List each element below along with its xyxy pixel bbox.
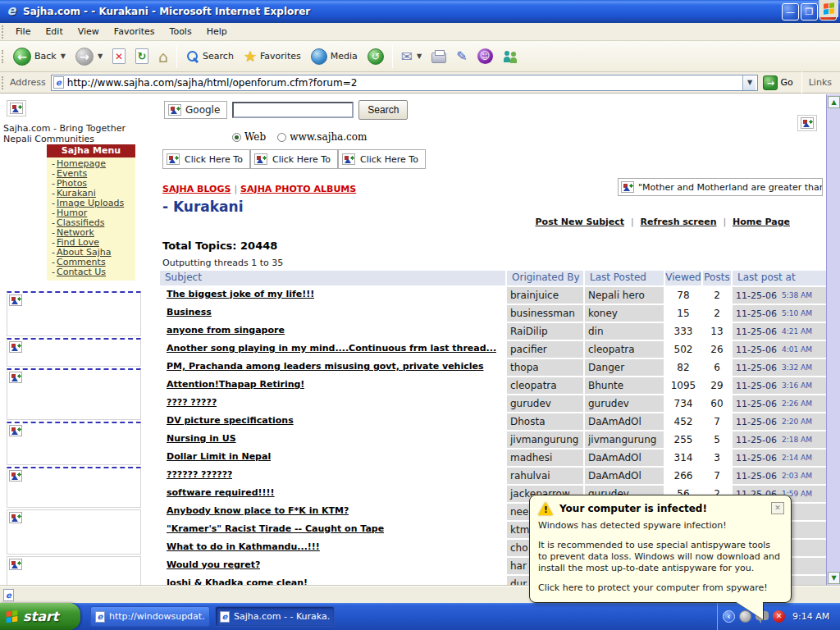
broken-image-icon xyxy=(254,153,267,165)
print-button[interactable] xyxy=(427,43,451,70)
thread-subject-link[interactable]: PM, Prachanda among leaders misusing gov… xyxy=(167,361,484,372)
home-page-link[interactable]: Home Page xyxy=(733,217,790,227)
scroll-down-icon[interactable]: ▼ xyxy=(828,572,840,584)
links-label[interactable]: Links xyxy=(806,77,840,88)
search-input[interactable] xyxy=(232,102,354,118)
thread-subject-link[interactable]: "Kramer's" Racist Tirade -- Caught on Ta… xyxy=(167,523,384,534)
broken-image-icon xyxy=(9,294,22,306)
mail-button[interactable]: ✉▼ xyxy=(396,43,427,70)
thread-subject-link[interactable]: anyone from singapore xyxy=(167,325,285,336)
ie-icon: e xyxy=(3,3,20,20)
scroll-up-icon[interactable]: ▲ xyxy=(828,96,840,108)
thread-subject-link[interactable]: Would you regret? xyxy=(167,559,260,570)
address-bar: Address e http://www.sajha.com/sajha/htm… xyxy=(0,72,840,94)
back-icon: ← xyxy=(13,48,31,66)
thread-last-poster: Nepali hero xyxy=(585,287,664,304)
vertical-scrollbar[interactable]: ▲ ▼ xyxy=(826,94,840,586)
favorites-button[interactable]: ★ Favorites xyxy=(239,43,306,70)
thread-subject-link[interactable]: Attention!Thapap Retiring! xyxy=(167,379,304,390)
thread-last-post-time: 11-25-062:03 AM xyxy=(733,468,827,484)
go-button[interactable]: → Go xyxy=(763,75,792,90)
thread-originator: gurudev xyxy=(507,395,583,412)
mail-icon: ✉ xyxy=(401,48,413,65)
menu-item[interactable]: Tools xyxy=(162,24,199,39)
back-dropdown-icon[interactable]: ▼ xyxy=(61,52,66,60)
address-url[interactable]: http://www.sajha.com/sajha/html/openforu… xyxy=(67,77,743,89)
media-button[interactable]: Media xyxy=(306,43,363,70)
radio-unselected-icon[interactable] xyxy=(277,133,286,142)
sidebar-menu-item: -Contact Us xyxy=(52,267,134,277)
thread-subject-link[interactable]: Nursing in US xyxy=(167,433,236,444)
sidebar-menu-link[interactable]: Contact Us xyxy=(57,267,106,277)
thread-subject-link[interactable]: Joshi & Khadka come clean! xyxy=(167,578,308,586)
search-button[interactable]: Search xyxy=(180,43,239,70)
post-new-subject-link[interactable]: Post New Subject xyxy=(536,217,625,227)
thread-subject-link[interactable]: ?????? ?????? xyxy=(167,469,232,480)
stop-button[interactable] xyxy=(107,43,130,70)
thread-last-post-time: 11-25-063:32 AM xyxy=(733,359,827,376)
taskbar-clock: 9:14 AM xyxy=(792,611,829,622)
start-button[interactable]: start xyxy=(0,603,80,630)
address-input[interactable]: e http://www.sajha.com/sajha/html/openfo… xyxy=(51,75,759,91)
messenger-button[interactable]: ☺ xyxy=(472,43,498,70)
address-dropdown-icon[interactable]: ▼ xyxy=(742,75,756,90)
thread-subject-link[interactable]: What to do in Kathmandu...!!! xyxy=(167,541,320,552)
click-here-banner[interactable]: Click Here To xyxy=(250,149,338,169)
table-row: ?????? ?????? rahulvai DaAmAdOl 266 7 11… xyxy=(160,468,827,484)
maximize-button[interactable]: ❐ xyxy=(801,3,818,21)
home-icon: ⌂ xyxy=(158,48,168,65)
tray-alert-icon[interactable]: ✕ xyxy=(773,610,785,623)
page-icon: e xyxy=(53,76,64,89)
menu-item[interactable]: Help xyxy=(199,24,235,39)
refresh-button[interactable] xyxy=(130,43,153,70)
table-header-row: Subject Originated By Last Posted Viewed… xyxy=(160,271,827,285)
mail-dropdown-icon[interactable]: ▼ xyxy=(417,52,422,60)
taskbar-window-windowsupdate[interactable]: e http://windowsupdat... xyxy=(90,606,210,627)
broken-image-icon xyxy=(167,153,180,165)
broken-image-icon xyxy=(9,559,22,570)
thread-subject-link[interactable]: Business xyxy=(167,307,212,317)
thread-subject-link[interactable]: Dollar Limit in Nepal xyxy=(167,451,271,462)
menu-item[interactable]: View xyxy=(71,24,107,39)
edit-button[interactable]: ✎ xyxy=(451,43,472,70)
home-button[interactable]: ⌂ xyxy=(153,43,173,70)
minimize-button[interactable]: — xyxy=(782,3,799,21)
popup-click-here-link[interactable]: Click here to protect your computer from… xyxy=(538,582,781,594)
forward-button[interactable]: → ▼ xyxy=(71,43,107,70)
thread-subject-link[interactable]: Anybody know place to F*K in KTM? xyxy=(167,505,349,516)
menu-item[interactable]: Favorites xyxy=(107,24,162,39)
thread-last-poster: gurudev xyxy=(585,395,664,412)
sajha-photo-albums-link[interactable]: SAJHA PHOTO ALBUMS xyxy=(240,184,356,194)
popup-close-icon[interactable]: ✕ xyxy=(771,502,784,514)
radio-web[interactable]: Web xyxy=(232,131,266,143)
thread-subject-link[interactable]: software required!!!! xyxy=(167,487,275,498)
thread-subject-link[interactable]: Another song playing in my mind....Conti… xyxy=(167,343,496,354)
click-here-banner[interactable]: Click Here To xyxy=(338,149,426,169)
thread-subject-link[interactable]: The biggest joke of my life!!! xyxy=(167,289,314,299)
history-button[interactable]: ↺ xyxy=(363,43,389,70)
thread-subject-link[interactable]: ???? ????? xyxy=(167,397,217,408)
print-icon xyxy=(431,52,446,63)
click-here-banner[interactable]: Click Here To xyxy=(162,149,250,169)
forward-dropdown-icon[interactable]: ▼ xyxy=(98,52,103,60)
refresh-screen-link[interactable]: Refresh screen xyxy=(640,217,716,227)
radio-sajha[interactable]: www.sajha.com xyxy=(277,131,367,143)
broken-image-icon xyxy=(9,341,22,353)
tray-collapse-icon[interactable]: ‹ xyxy=(723,610,735,623)
menu-item[interactable]: Edit xyxy=(38,24,70,39)
search-submit-button[interactable]: Search xyxy=(358,100,408,120)
thread-post-count: 2 xyxy=(703,290,731,301)
back-button[interactable]: ← Back ▼ xyxy=(8,43,71,70)
msn-button[interactable] xyxy=(498,43,524,70)
table-row: Business businessman koney 15 2 11-25-06… xyxy=(160,305,827,322)
thread-subject-link[interactable]: DV picture specifications xyxy=(167,415,294,426)
taskbar: start e http://windowsupdat... e Sajha.c… xyxy=(0,603,840,630)
thread-viewed-count: 266 xyxy=(665,470,701,482)
menu-item[interactable]: File xyxy=(8,24,38,39)
radio-selected-icon[interactable] xyxy=(232,133,241,142)
thread-post-count: 5 xyxy=(703,434,731,445)
taskbar-window-sajha[interactable]: e Sajha.com - - Kuraka... xyxy=(215,606,335,627)
sajha-blogs-link[interactable]: SAJHA BLOGS xyxy=(162,184,231,194)
thread-last-post-time: 11-25-064:01 AM xyxy=(733,341,827,358)
popup-text-1: Windows has detected spyware infection! xyxy=(538,520,781,532)
